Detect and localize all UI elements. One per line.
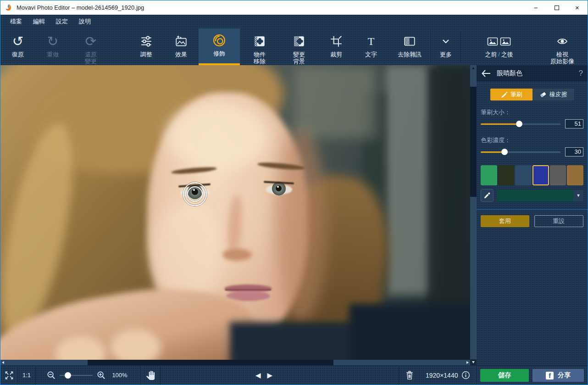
current-color-bar[interactable]: ▼ [497, 190, 583, 201]
next-image-button[interactable]: ▶ [267, 371, 273, 379]
horizontal-scrollbar-thumb[interactable] [88, 360, 333, 365]
brush-size-slider-thumb[interactable] [516, 121, 522, 127]
undo-button[interactable]: ↺ 復原 [0, 28, 35, 65]
view-original-button[interactable]: 檢視原始影像 [537, 28, 588, 65]
zoom-slider[interactable] [60, 372, 93, 379]
menu-bar: 檔案 編輯 設定 說明 [0, 15, 588, 28]
save-button[interactable]: 儲存 [480, 369, 529, 382]
color-swatch-gray[interactable] [550, 165, 566, 185]
undo-icon: ↺ [12, 34, 23, 48]
revert-icon: ⟳ [85, 34, 96, 48]
text-icon: T [365, 35, 377, 48]
color-dropdown-button[interactable]: ▼ [573, 190, 583, 201]
retouch-face-icon [212, 33, 226, 47]
zoom-slider-thumb[interactable] [65, 372, 71, 379]
dropdown-arrow-icon: ▼ [577, 193, 581, 198]
revert-changes-button[interactable]: ⟳ 還原變更 [70, 28, 111, 65]
scroll-down-icon[interactable] [472, 361, 475, 363]
brush-mode-button[interactable]: 筆刷 [490, 89, 533, 100]
object-removal-icon [253, 35, 266, 48]
fit-to-screen-button[interactable] [0, 366, 17, 385]
close-button[interactable]: × [567, 0, 588, 15]
help-button[interactable]: ? [579, 69, 583, 78]
menu-help[interactable]: 說明 [74, 16, 95, 28]
scrollbar-bottom-cap [470, 359, 477, 365]
eyedropper-button[interactable] [481, 189, 494, 202]
photo-mouth-line [225, 289, 271, 290]
eye-icon [556, 37, 568, 46]
maximize-icon [555, 6, 559, 10]
window-controls: − × [526, 0, 588, 15]
eraser-mode-button[interactable]: 橡皮擦 [533, 89, 575, 100]
redo-button[interactable]: ↻ 重做 [35, 28, 70, 65]
vertical-scrollbar-thumb[interactable] [470, 87, 477, 197]
photo-face-shadow [276, 129, 326, 322]
back-arrow-icon[interactable] [481, 69, 491, 78]
chevron-down-icon [440, 35, 452, 47]
denoise-icon [403, 35, 416, 48]
apply-button[interactable]: 套用 [481, 215, 529, 227]
color-intensity-label: 色彩濃度： [481, 136, 583, 145]
menu-edit[interactable]: 編輯 [28, 16, 50, 28]
tool-text[interactable]: T 文字 [354, 28, 388, 65]
brush-size-label: 筆刷大小： [481, 108, 583, 117]
tool-adjust[interactable]: 調整 [129, 28, 164, 65]
delete-image-button[interactable] [399, 366, 420, 385]
vertical-scrollbar[interactable] [470, 65, 477, 365]
tool-object-removal[interactable]: 物件移除 [240, 28, 279, 65]
toolbar-spacer [111, 28, 129, 65]
panel-title: 眼睛顏色 [497, 69, 522, 78]
tool-denoise[interactable]: 去除雜訊 [388, 28, 431, 65]
color-swatch-green[interactable] [481, 165, 497, 185]
adjust-sliders-icon [140, 35, 153, 48]
menu-settings[interactable]: 設定 [51, 16, 72, 28]
eraser-icon [539, 91, 547, 98]
horizontal-scrollbar[interactable] [0, 360, 470, 365]
previous-image-button[interactable]: ◀ [255, 371, 261, 379]
brush-size-value[interactable]: 51 [565, 119, 583, 128]
maximize-button[interactable] [546, 0, 567, 15]
zoom-controls: 100% [36, 366, 140, 385]
color-intensity-value[interactable]: 30 [565, 147, 583, 156]
movavi-logo-icon [5, 4, 13, 12]
color-intensity-slider[interactable] [481, 149, 560, 155]
photo-image [0, 65, 470, 360]
tool-change-background[interactable]: 變更背景 [279, 28, 319, 65]
current-color-value[interactable] [497, 190, 573, 201]
tool-effects[interactable]: 效果 [164, 28, 199, 65]
color-swatch-dark-olive[interactable] [498, 165, 515, 185]
photo-right-eye-glint [277, 186, 279, 188]
actual-size-button[interactable]: 1:1 [18, 366, 35, 385]
more-tools-button[interactable]: 更多 [431, 28, 460, 65]
panel-divider [477, 209, 588, 210]
trash-icon [405, 370, 414, 380]
color-swatch-slate-blue[interactable] [515, 165, 532, 185]
scroll-up-icon[interactable] [472, 67, 475, 69]
image-dimensions: 1920×1440 [426, 372, 458, 379]
photo-canvas[interactable] [0, 65, 470, 365]
hand-tool-button[interactable] [141, 366, 160, 385]
reset-button[interactable]: 重設 [534, 215, 584, 227]
menu-file[interactable]: 檔案 [6, 16, 27, 28]
scroll-right-icon[interactable] [466, 361, 469, 364]
color-swatch-royal-blue[interactable] [533, 165, 549, 185]
tool-crop[interactable]: 裁剪 [319, 28, 354, 65]
zoom-out-icon[interactable] [46, 370, 56, 380]
before-after-button[interactable]: 之前/之後 [461, 28, 537, 65]
effects-icon [175, 35, 188, 48]
brush-size-slider[interactable] [481, 121, 560, 127]
window-title: Movavi Photo Editor – model-2614569_1920… [17, 4, 144, 11]
brush-icon [500, 91, 508, 98]
color-intensity-slider-thumb[interactable] [501, 149, 508, 155]
tool-retouch[interactable]: 修飾 [199, 28, 240, 65]
redo-icon: ↻ [47, 34, 58, 48]
minimize-button[interactable]: − [526, 0, 546, 15]
zoom-in-icon[interactable] [96, 370, 106, 380]
color-swatch-brown[interactable] [567, 165, 583, 185]
photo-clothing-right [349, 304, 470, 360]
brush-eraser-toggle: 筆刷 橡皮擦 [490, 89, 574, 100]
title-bar: Movavi Photo Editor – model-2614569_1920… [0, 0, 588, 15]
share-button[interactable]: f 分享 [533, 369, 584, 382]
scroll-left-icon[interactable] [2, 361, 4, 364]
info-icon[interactable] [461, 371, 470, 379]
